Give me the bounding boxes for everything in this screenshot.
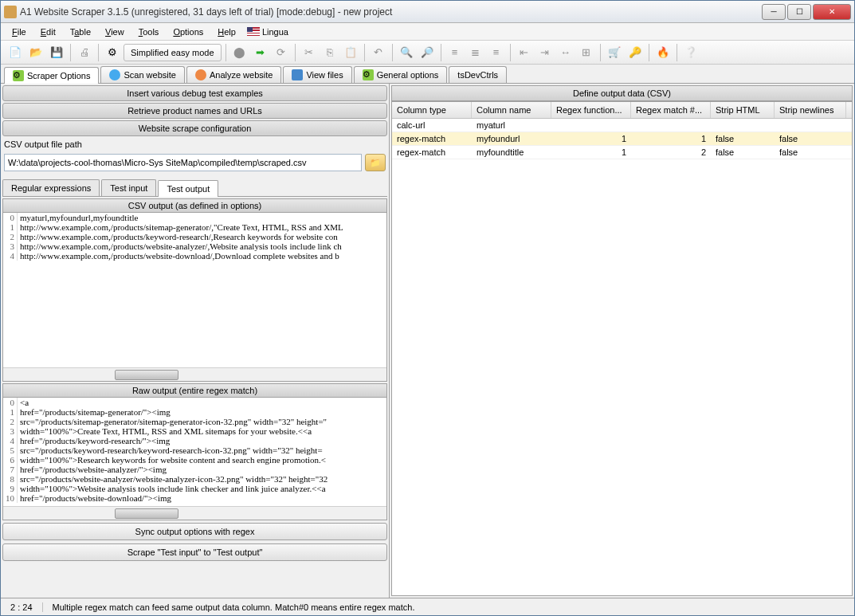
maximize-button[interactable]: ☐ (787, 4, 811, 20)
raw-output-list[interactable]: 0<a1href="/products/sitemap-generator/">… (3, 398, 386, 506)
wand-icon[interactable]: ⚙ (103, 43, 122, 62)
list-item[interactable]: 0<a (3, 398, 386, 407)
list-item[interactable]: 3http://www.example.com,/products/websit… (3, 241, 386, 251)
cell-strip: false (711, 132, 775, 145)
col-strip-html[interactable]: Strip HTML (711, 102, 775, 118)
line-text: http://www.example.com,/products/website… (18, 251, 342, 261)
play-icon[interactable]: ➡ (251, 43, 270, 62)
open-icon[interactable]: 📂 (26, 43, 45, 62)
cell-fn: 1 (551, 146, 631, 159)
minimize-button[interactable]: ─ (762, 4, 786, 20)
line-text: src="/products/sitemap-generator/sitemap… (18, 417, 329, 426)
col-regex-fn[interactable]: Regex function... (551, 102, 631, 118)
csv-hscrollbar[interactable] (3, 367, 386, 381)
list-item[interactable]: 10href="/products/website-download/"><im… (3, 493, 386, 503)
scroll-thumb[interactable] (115, 508, 178, 519)
menu-file[interactable]: File (6, 26, 33, 38)
list-item[interactable]: 4http://www.example.com,/products/websit… (3, 251, 386, 261)
tab-general-options[interactable]: ⚙General options (354, 66, 448, 83)
debug-examples-bar[interactable]: Insert various debug test examples (2, 85, 387, 101)
col-name[interactable]: Column name (472, 102, 551, 118)
simplified-mode-button[interactable]: Simplified easy mode (124, 44, 222, 61)
menu-tools[interactable]: Tools (132, 26, 166, 38)
save-icon[interactable]: 💾 (47, 43, 66, 62)
list-item[interactable]: 2http://www.example.com,/products/keywor… (3, 232, 386, 241)
list-item[interactable]: 0myaturl,myfoundurl,myfoundtitle (3, 213, 386, 222)
retrieve-products-bar[interactable]: Retrieve product names and URLs (2, 103, 387, 119)
new-icon[interactable]: 📄 (6, 43, 25, 62)
scrape-test-button[interactable]: Scrape "Test input" to "Test output" (2, 543, 387, 561)
paste-icon[interactable]: 📋 (341, 43, 360, 62)
align-icon[interactable]: ≡ (445, 43, 465, 62)
col-type[interactable]: Column type (392, 102, 472, 118)
csv-path-input[interactable] (4, 154, 362, 171)
tab-scan-website[interactable]: Scan website (100, 66, 184, 83)
cart-icon[interactable]: 🛒 (605, 43, 624, 62)
list-item[interactable]: 4href="/products/keyword-research/"><img (3, 436, 386, 445)
grid-header: Column type Column name Regex function..… (392, 102, 852, 119)
list-item[interactable]: 6width="100%">Research keywords for webs… (3, 455, 386, 465)
refresh-icon[interactable]: ⟳ (272, 43, 291, 62)
fire-icon[interactable]: 🔥 (653, 43, 673, 62)
height-icon[interactable]: ⊞ (577, 43, 596, 62)
align3-icon[interactable]: ≡ (487, 43, 506, 62)
cell-strip: false (711, 146, 775, 159)
record-icon[interactable]: ⬤ (230, 43, 249, 62)
align2-icon[interactable]: ≣ (466, 43, 485, 62)
find-icon[interactable]: 🔍 (397, 43, 416, 62)
scroll-thumb[interactable] (115, 370, 178, 380)
raw-hscrollbar[interactable] (3, 506, 386, 520)
tab-tsdevctrls[interactable]: tsDevCtrls (449, 66, 507, 83)
menu-help[interactable]: Help (211, 26, 242, 38)
list-item[interactable]: 8src="/products/website-analyzer/website… (3, 474, 386, 484)
copy-icon[interactable]: ⎘ (320, 43, 339, 62)
list-item[interactable]: 3width="100%">Create Text, HTML, RSS and… (3, 426, 386, 436)
scrape-config-bar[interactable]: Website scrape configuration (2, 120, 387, 136)
col-strip-newlines[interactable]: Strip newlines (775, 102, 846, 118)
toolbar-main: 📄 📂 💾 🖨 ⚙ Simplified easy mode ⬤ ➡ ⟳ ✂ ⎘… (1, 41, 854, 65)
line-number: 4 (3, 436, 18, 445)
grid-body[interactable]: calc-urlmyaturlregex-matchmyfoundurl11fa… (392, 119, 852, 595)
menu-edit[interactable]: Edit (34, 26, 62, 38)
col-regex-match[interactable]: Regex match #... (631, 102, 711, 118)
menu-lingua[interactable]: Lingua (247, 27, 288, 37)
tab-scraper-options[interactable]: ⚙Scraper Options (4, 67, 99, 84)
line-text: href="/products/sitemap-generator/"><img (18, 407, 173, 417)
tab-analyze-website[interactable]: Analyze website (186, 66, 282, 83)
print-icon[interactable]: 🖨 (75, 43, 94, 62)
list-item[interactable]: 5src="/products/keyword-research/keyword… (3, 445, 386, 455)
sync-output-button[interactable]: Sync output options with regex (2, 523, 387, 540)
cut-icon[interactable]: ✂ (300, 43, 319, 62)
line-number: 8 (3, 474, 18, 484)
help-icon[interactable]: ❔ (681, 43, 700, 62)
list-item[interactable]: 2src="/products/sitemap-generator/sitema… (3, 417, 386, 426)
subtab-test-input[interactable]: Test input (101, 179, 156, 196)
table-row[interactable]: regex-matchmyfoundtitle12falsefalse (392, 146, 852, 159)
subtab-regex[interactable]: Regular expressions (2, 179, 100, 196)
table-row[interactable]: regex-matchmyfoundurl11falsefalse (392, 132, 852, 146)
analyze-icon (195, 69, 206, 80)
indent-icon[interactable]: ⇤ (515, 43, 534, 62)
table-row[interactable]: calc-urlmyaturl (392, 119, 852, 132)
menu-view[interactable]: View (99, 26, 131, 38)
undo-icon[interactable]: ↶ (369, 43, 388, 62)
list-item[interactable]: 9width="100%">Website analysis tools inc… (3, 484, 386, 493)
csv-output-list[interactable]: 0myaturl,myfoundurl,myfoundtitle1http://… (3, 213, 386, 367)
browse-folder-button[interactable]: 📁 (365, 154, 386, 171)
find-replace-icon[interactable]: 🔎 (418, 43, 437, 62)
subtab-test-output[interactable]: Test output (158, 180, 218, 197)
window-title: A1 Website Scraper 3.1.5 (unregistered, … (20, 6, 762, 18)
line-text: width="100%">Create Text, HTML, RSS and … (18, 426, 314, 436)
list-item[interactable]: 7href="/products/website-analyzer/"><img (3, 465, 386, 474)
menu-options[interactable]: Options (167, 26, 210, 38)
key-icon[interactable]: 🔑 (626, 43, 645, 62)
outdent-icon[interactable]: ⇥ (535, 43, 555, 62)
width-icon[interactable]: ↔ (556, 43, 575, 62)
menu-table[interactable]: Table (64, 26, 97, 38)
list-item[interactable]: 1href="/products/sitemap-generator/"><im… (3, 407, 386, 417)
close-button[interactable]: ✕ (813, 4, 851, 20)
tab-view-files[interactable]: View files (283, 66, 351, 83)
list-item[interactable]: 1http://www.example.com,/products/sitema… (3, 222, 386, 232)
line-text: http://www.example.com,/products/sitemap… (18, 222, 346, 232)
scan-icon (109, 69, 120, 80)
